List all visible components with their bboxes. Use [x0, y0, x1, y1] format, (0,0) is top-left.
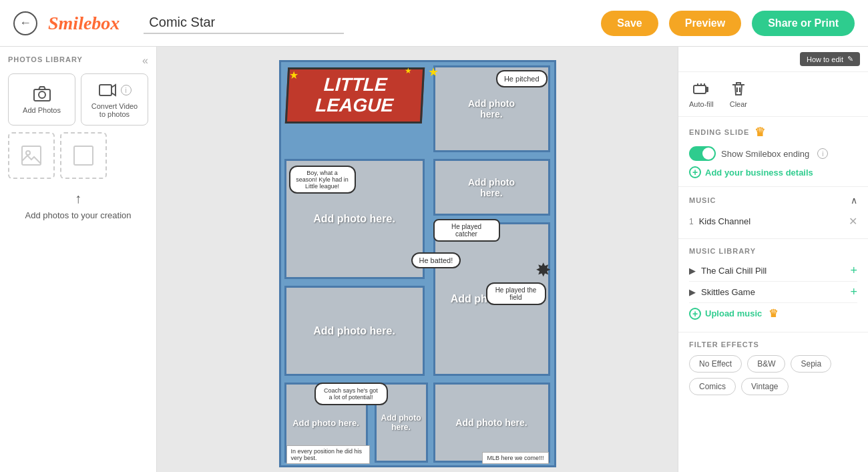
header: ← Smilebox Save Preview Share or Print: [0, 0, 868, 47]
music-title: MUSIC: [689, 196, 716, 204]
caption-bottom-left: In every position he did his very best.: [286, 445, 370, 464]
how-to-edit-button[interactable]: How to edit ✎: [800, 52, 860, 66]
sidebar-right: How to edit ✎ Auto-fill Clear: [678, 47, 868, 472]
svg-point-1: [39, 91, 45, 98]
panel-bottom-right[interactable]: Add photo here.: [433, 383, 550, 463]
bubble-he-pitched: He pitched: [496, 70, 548, 87]
filter-sepia[interactable]: Sepia: [791, 355, 831, 373]
trash-icon: [730, 80, 747, 97]
toggle-knob: [702, 148, 714, 160]
save-button[interactable]: Save: [601, 11, 658, 36]
show-ending-label: Show Smilebox ending: [721, 149, 809, 159]
track-name: Kids Channel: [699, 216, 750, 226]
svg-rect-2: [99, 85, 112, 95]
photo-slot-2[interactable]: [60, 132, 107, 179]
caption-bottom-right: MLB here we come!!!: [482, 452, 548, 464]
share-button[interactable]: Share or Print: [752, 11, 855, 36]
music-library-title: MUSIC LIBRARY: [689, 247, 857, 255]
svg-rect-7: [706, 87, 708, 92]
convert-video-label: Convert Video to photos: [88, 102, 141, 118]
music-section: MUSIC ∧ 1 Kids Channel ✕: [678, 187, 868, 239]
collapse-button[interactable]: «: [142, 55, 148, 67]
upload-music-button[interactable]: + Upload music ♛: [689, 303, 857, 324]
add-track-btn-2[interactable]: +: [850, 285, 857, 299]
svg-point-4: [26, 151, 30, 155]
autofill-label: Auto-fill: [689, 100, 714, 108]
remove-track-button[interactable]: ✕: [849, 215, 857, 228]
info-icon[interactable]: i: [121, 85, 132, 95]
add-photo-text-2: Add photo here.: [313, 213, 395, 225]
bubble-season-text: Boy, what a season! Kyle had in Little l…: [296, 170, 349, 190]
filter-vintage[interactable]: Vintage: [741, 378, 788, 395]
bubble-field-text: He played the field: [495, 286, 537, 301]
bubble-catcher: He played catcher: [433, 219, 500, 242]
star-icon-2: ★: [405, 66, 412, 75]
bubble-catcher-text: He played catcher: [451, 223, 481, 238]
add-business-label: Add your business details: [705, 168, 813, 178]
filter-buttons: No Effect B&W Sepia Comics Vintage: [689, 355, 857, 395]
panel-lower-left[interactable]: Add photo here.: [284, 286, 425, 376]
add-photo-4: Add photo here.: [286, 288, 423, 374]
bubble-field: He played the field: [486, 282, 546, 305]
star-icon-1: ★: [289, 69, 298, 81]
lib-track-name-1: The Cali Chill Pill: [701, 266, 767, 276]
video-icon: [98, 81, 117, 99]
camera-icon: [33, 85, 51, 103]
bubble-batted: He batted!: [411, 252, 461, 268]
panel-mid-right-top[interactable]: Add photohere.: [433, 159, 550, 216]
add-track-btn-1[interactable]: +: [850, 264, 857, 278]
svg-rect-6: [694, 85, 706, 93]
track-number: 1: [689, 217, 694, 226]
lib-item-2: ▶ Skittles Game +: [689, 282, 857, 303]
convert-video-button[interactable]: i Convert Video to photos: [81, 73, 148, 126]
edit-pencil-icon: ✎: [847, 55, 853, 63]
burst-icon: ✸: [535, 259, 551, 281]
comic-canvas[interactable]: ★ ★ ★ LITTLE LEAGUE Add photohere. He pi…: [279, 60, 556, 467]
filter-section: FILTER EFFECTS No Effect B&W Sepia Comic…: [678, 332, 868, 403]
comic-title-line2: LEAGUE: [314, 95, 393, 115]
add-photo-text-6: Add photo here.: [292, 418, 359, 428]
music-header: MUSIC ∧: [689, 195, 857, 206]
photos-library-title: PHOTOS LIBRARY: [8, 55, 83, 63]
comic-background: ★ ★ ★ LITTLE LEAGUE Add photohere. He pi…: [279, 60, 556, 467]
sidebar-left-header: PHOTOS LIBRARY «: [8, 55, 148, 67]
add-photo-text-4: Add photo here.: [313, 325, 395, 337]
add-photo-8: Add photo here.: [435, 385, 548, 461]
bubble-season: Boy, what a season! Kyle had in Little l…: [289, 166, 356, 194]
add-photo-3: Add photohere.: [435, 161, 548, 214]
filter-comics[interactable]: Comics: [689, 378, 736, 395]
back-button[interactable]: ←: [13, 11, 37, 35]
photo-slots: [8, 132, 148, 179]
show-ending-toggle[interactable]: [689, 146, 716, 161]
sidebar-left: PHOTOS LIBRARY « Add Photos i: [0, 47, 157, 472]
ending-crown-icon: ♛: [754, 125, 766, 140]
ending-slide-title: ENDING SLIDE ♛: [689, 125, 857, 140]
logo: Smilebox: [48, 13, 120, 34]
preview-button[interactable]: Preview: [669, 11, 741, 36]
filter-no-effect[interactable]: No Effect: [689, 355, 742, 373]
comic-title: LITTLE LEAGUE: [284, 67, 424, 124]
music-track-1: 1 Kids Channel ✕: [689, 212, 857, 230]
ending-slide-title-text: ENDING SLIDE: [689, 128, 749, 136]
lib-item-1: ▶ The Cali Chill Pill +: [689, 260, 857, 282]
photo-slot-1[interactable]: [8, 132, 55, 179]
caption-bottom-left-text: In every position he did his very best.: [291, 448, 363, 461]
add-photos-button[interactable]: Add Photos: [8, 73, 75, 126]
add-business-button[interactable]: + Add your business details: [689, 166, 857, 178]
music-chevron-icon[interactable]: ∧: [851, 195, 857, 206]
canvas-area[interactable]: ★ ★ ★ LITTLE LEAGUE Add photohere. He pi…: [157, 47, 678, 472]
play-icon-1[interactable]: ▶: [689, 266, 696, 276]
autofill-button[interactable]: Auto-fill: [689, 80, 714, 108]
filter-bw[interactable]: B&W: [747, 355, 785, 373]
bubble-he-pitched-text: He pitched: [504, 75, 539, 83]
play-icon-2[interactable]: ▶: [689, 287, 696, 297]
add-photo-text-3: Add photohere.: [468, 177, 515, 198]
clear-label: Clear: [730, 100, 747, 108]
clear-button[interactable]: Clear: [730, 80, 747, 108]
title-input[interactable]: [144, 12, 344, 34]
ending-info-icon[interactable]: i: [817, 148, 828, 159]
music-library-section: MUSIC LIBRARY ▶ The Cali Chill Pill + ▶ …: [678, 239, 868, 332]
svg-rect-5: [74, 146, 93, 165]
upload-music-label: Upload music: [705, 308, 762, 318]
star-icon-3: ★: [428, 65, 439, 79]
